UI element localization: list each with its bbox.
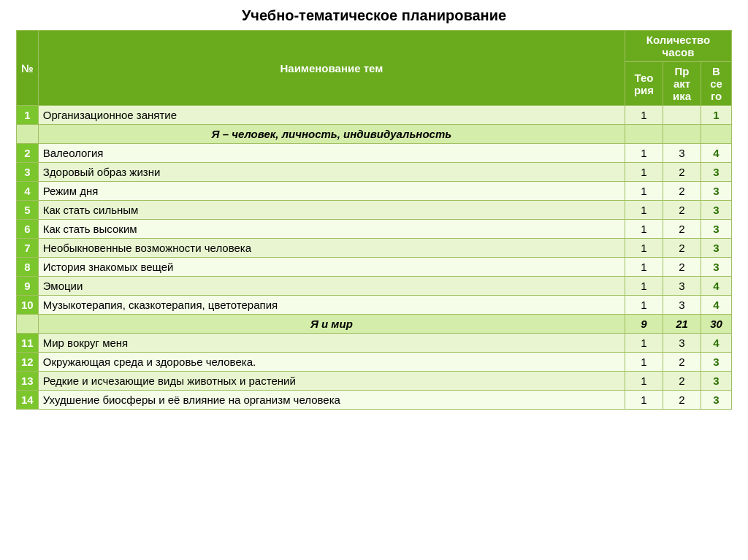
- row-vsego: 3: [701, 372, 732, 391]
- row-prak: 2: [663, 182, 701, 201]
- row-teo: 1: [625, 163, 663, 182]
- row-number: 6: [17, 220, 39, 239]
- row-prak: 3: [663, 144, 701, 163]
- row-topic-name: История знакомых вещей: [38, 258, 625, 277]
- row-number: 11: [17, 334, 39, 353]
- row-prak: 3: [663, 277, 701, 296]
- row-teo: 1: [625, 144, 663, 163]
- row-teo: 1: [625, 201, 663, 220]
- row-teo: 1: [625, 258, 663, 277]
- row-topic-name: Музыкотерапия, сказкотерапия, цветотерап…: [38, 296, 625, 315]
- planning-table: № Наименование тем Количество часов Тео …: [16, 30, 732, 410]
- row-vsego: 3: [701, 201, 732, 220]
- row-topic-name: Окружающая среда и здоровье человека.: [38, 353, 625, 372]
- row-number: 1: [17, 106, 39, 125]
- row-prak: 3: [663, 296, 701, 315]
- main-container: Учебно-тематическое планирование № Наиме…: [16, 7, 732, 410]
- header-name: Наименование тем: [38, 31, 625, 106]
- section-prak: 21: [663, 315, 701, 334]
- row-number: 8: [17, 258, 39, 277]
- row-number: 2: [17, 144, 39, 163]
- row-vsego: 1: [701, 106, 732, 125]
- row-topic-name: Режим дня: [38, 182, 625, 201]
- section-name: Я – человек, личность, индивидуальность: [38, 125, 625, 144]
- section-teo: [625, 125, 663, 144]
- header-no: №: [17, 31, 39, 106]
- row-teo: 1: [625, 391, 663, 410]
- row-topic-name: Ухудшение биосферы и её влияние на орган…: [38, 391, 625, 410]
- row-topic-name: Эмоции: [38, 277, 625, 296]
- row-number: 10: [17, 296, 39, 315]
- row-topic-name: Как стать высоким: [38, 220, 625, 239]
- row-vsego: 4: [701, 334, 732, 353]
- section-no: [17, 125, 39, 144]
- section-no: [17, 315, 39, 334]
- row-number: 7: [17, 239, 39, 258]
- row-teo: 1: [625, 353, 663, 372]
- row-number: 3: [17, 163, 39, 182]
- row-number: 13: [17, 372, 39, 391]
- row-number: 4: [17, 182, 39, 201]
- row-number: 9: [17, 277, 39, 296]
- row-prak: 2: [663, 239, 701, 258]
- row-number: 5: [17, 201, 39, 220]
- row-topic-name: Мир вокруг меня: [38, 334, 625, 353]
- row-teo: 1: [625, 106, 663, 125]
- row-prak: 2: [663, 220, 701, 239]
- row-vsego: 3: [701, 163, 732, 182]
- row-teo: 1: [625, 239, 663, 258]
- row-topic-name: Организационное занятие: [38, 106, 625, 125]
- row-vsego: 3: [701, 391, 732, 410]
- row-vsego: 3: [701, 239, 732, 258]
- row-teo: 1: [625, 220, 663, 239]
- row-topic-name: Как стать сильным: [38, 201, 625, 220]
- row-prak: 2: [663, 163, 701, 182]
- row-prak: 2: [663, 391, 701, 410]
- section-vsego: 30: [701, 315, 732, 334]
- row-topic-name: Здоровый образ жизни: [38, 163, 625, 182]
- row-teo: 1: [625, 182, 663, 201]
- row-teo: 1: [625, 334, 663, 353]
- row-prak: [663, 106, 701, 125]
- row-vsego: 3: [701, 353, 732, 372]
- row-topic-name: Редкие и исчезающие виды животных и раст…: [38, 372, 625, 391]
- row-vsego: 3: [701, 258, 732, 277]
- row-vsego: 4: [701, 296, 732, 315]
- row-teo: 1: [625, 372, 663, 391]
- row-teo: 1: [625, 277, 663, 296]
- row-topic-name: Необыкновенные возможности человека: [38, 239, 625, 258]
- row-vsego: 3: [701, 220, 732, 239]
- row-prak: 2: [663, 258, 701, 277]
- row-vsego: 4: [701, 144, 732, 163]
- section-vsego: [701, 125, 732, 144]
- row-vsego: 3: [701, 182, 732, 201]
- row-topic-name: Валеология: [38, 144, 625, 163]
- row-vsego: 4: [701, 277, 732, 296]
- row-teo: 1: [625, 296, 663, 315]
- header-prak: Пр акт ика: [663, 62, 701, 106]
- row-prak: 2: [663, 353, 701, 372]
- section-teo: 9: [625, 315, 663, 334]
- header-hours: Количество часов: [625, 31, 732, 62]
- row-prak: 2: [663, 201, 701, 220]
- row-prak: 2: [663, 372, 701, 391]
- page-title: Учебно-тематическое планирование: [16, 7, 732, 24]
- section-name: Я и мир: [38, 315, 625, 334]
- header-teo: Тео рия: [625, 62, 663, 106]
- row-number: 14: [17, 391, 39, 410]
- section-prak: [663, 125, 701, 144]
- header-vsego: В се го: [701, 62, 732, 106]
- row-prak: 3: [663, 334, 701, 353]
- row-number: 12: [17, 353, 39, 372]
